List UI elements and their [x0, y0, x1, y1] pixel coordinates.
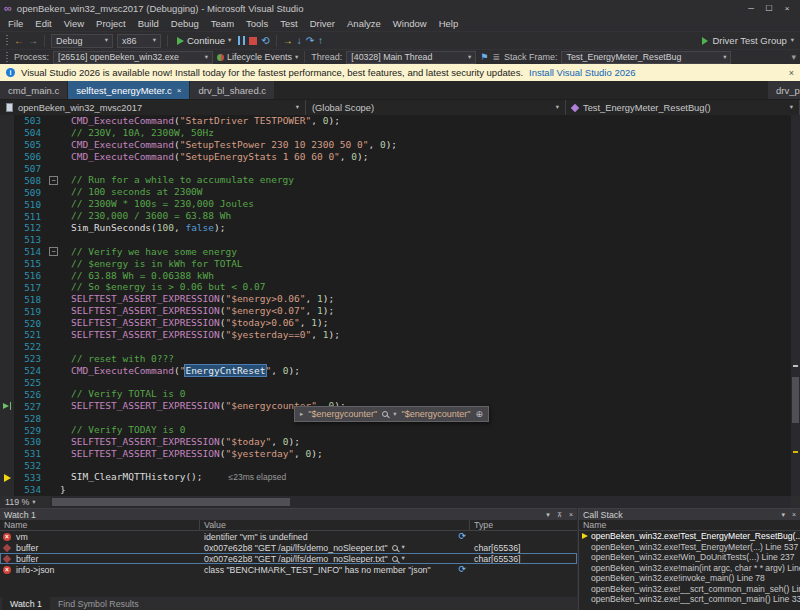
chevron-down-icon[interactable]: ▾	[402, 555, 405, 562]
tab-drv-p[interactable]: drv_p	[768, 81, 800, 99]
tab-drv-bl-shared-c[interactable]: drv_bl_shared.c	[190, 81, 274, 99]
breakpoint-margin[interactable]	[0, 402, 14, 410]
menu-analyze[interactable]: Analyze	[341, 18, 387, 29]
notification-close-icon[interactable]: ×	[789, 68, 794, 78]
menu-window[interactable]: Window	[387, 18, 433, 29]
code-line[interactable]: 523// reset with 0???	[0, 353, 791, 365]
code-line[interactable]: 524CMD_ExecuteCommand("EnergyCntReset", …	[0, 365, 791, 377]
add-watch-icon[interactable]: ⊕	[475, 409, 483, 419]
breakpoint-margin[interactable]	[0, 474, 14, 482]
tab-close-icon[interactable]: ×	[177, 86, 182, 95]
code-line[interactable]: 531SELFTEST_ASSERT_EXPRESSION("$yesterda…	[0, 448, 791, 460]
zoom-control[interactable]: 119 % ▾	[0, 497, 50, 507]
install-link[interactable]: Install Visual Studio 2026	[529, 67, 636, 78]
code-line[interactable]: 509// 100 seconds at 2300W	[0, 186, 791, 198]
call-stack-header[interactable]: Call Stack ▾ ×	[579, 509, 800, 520]
project-dropdown[interactable]: openBeken_win32_mvsc2017 ▾	[0, 100, 306, 115]
stack-frame-row[interactable]: openBeken_win32.exe!Test_EnergyMeter_Res…	[579, 531, 800, 542]
code-line[interactable]: 506CMD_ExecuteCommand("SetupEnergyStats …	[0, 151, 791, 163]
fold-collapse-icon[interactable]: −	[49, 247, 58, 256]
code-line[interactable]: 503CMD_ExecuteCommand("StartDriver TESTP…	[0, 115, 791, 127]
chevron-down-icon[interactable]: ▾	[393, 411, 396, 418]
code-line[interactable]: 532	[0, 460, 791, 472]
watch-row[interactable]: ×vmidentifier "vm" is undefined⟳	[0, 531, 577, 542]
window-position-icon[interactable]: ▾	[546, 511, 550, 519]
code-line[interactable]: 516// 63.88 Wh = 0.06388 kWh	[0, 270, 791, 282]
restart-icon[interactable]: ⟲	[261, 36, 269, 46]
stack-frame-row[interactable]: openBeken_win32.exe!Win_DoUnitTests(...)…	[579, 552, 800, 563]
code-line[interactable]: 517// So $energy is > 0.06 but < 0.07	[0, 281, 791, 293]
show-next-statement-icon[interactable]: →	[283, 36, 293, 46]
scrollbar-thumb[interactable]	[792, 377, 799, 423]
maximize-button[interactable]: ☐	[760, 4, 778, 13]
stack-frame-row[interactable]: openBeken_win32.exe!Test_EnergyMeter(...…	[579, 542, 800, 553]
show-threads-in-source-icon[interactable]: ⚑	[480, 53, 488, 62]
step-into-icon[interactable]: ↓	[297, 36, 302, 46]
tab-selftest-energymeter-c[interactable]: selftest_energyMeter.c×	[68, 81, 189, 99]
window-position-icon[interactable]: ▾	[781, 511, 785, 519]
code-line[interactable]: 511// 230,000 / 3600 = 63.88 Wh	[0, 210, 791, 222]
code-line[interactable]: 533SIM_ClearMQTTHistory();≤23ms elapsed	[0, 472, 791, 484]
menu-driver[interactable]: Driver	[304, 18, 341, 29]
menu-tools[interactable]: Tools	[240, 18, 274, 29]
watch-row[interactable]: buffer0x007e62b8 "GET /api/lfs/demo_noSl…	[0, 553, 577, 564]
run-to-cursor-icon[interactable]	[3, 403, 9, 409]
code-line[interactable]: 534}	[0, 484, 791, 496]
code-line[interactable]: 508−// Run for a while to accumulate ene…	[0, 174, 791, 186]
watch-panel-header[interactable]: Watch 1 ▾ ⊼ ×	[0, 509, 577, 520]
scope-dropdown[interactable]: (Global Scope) ▾	[306, 100, 566, 115]
code-line[interactable]: 514−// Verify we have some energy	[0, 246, 791, 258]
menu-project[interactable]: Project	[90, 18, 132, 29]
fold-collapse-icon[interactable]: −	[49, 176, 58, 185]
close-button[interactable]: ×	[778, 4, 796, 13]
panel-close-icon[interactable]: ×	[569, 511, 573, 518]
menu-file[interactable]: File	[2, 18, 29, 29]
watch-row[interactable]: ×info->jsonclass "BENCHMARK_TEST_INFO" h…	[0, 564, 577, 575]
process-dropdown[interactable]: [26516] openBeken_win32.exe ▾	[53, 51, 213, 64]
panel-tab-find-symbol-results[interactable]: Find Symbol Results	[50, 597, 147, 610]
step-over-icon[interactable]: ↷	[306, 36, 314, 46]
fold-margin[interactable]: −	[47, 176, 60, 185]
run-tests-icon[interactable]	[702, 37, 708, 45]
fold-margin[interactable]: −	[47, 247, 60, 256]
platform-dropdown[interactable]: x86 ▾	[117, 34, 161, 48]
panel-close-icon[interactable]: ×	[792, 511, 796, 518]
minimize-button[interactable]: ─	[742, 4, 760, 13]
pin-icon[interactable]: ⊼	[557, 511, 562, 519]
code-line[interactable]: 504// 230V, 10A, 2300W, 50Hz	[0, 127, 791, 139]
column-header-name[interactable]: Name	[0, 520, 200, 530]
break-all-icon[interactable]	[238, 36, 245, 45]
chevron-down-icon[interactable]: ▾	[402, 544, 405, 551]
toolbar-grip[interactable]	[6, 35, 8, 46]
code-line[interactable]: 530SELFTEST_ASSERT_EXPRESSION("$today", …	[0, 436, 791, 448]
code-line[interactable]: 520SELFTEST_ASSERT_EXPRESSION("$today>0.…	[0, 317, 791, 329]
code-line[interactable]: 521SELFTEST_ASSERT_EXPRESSION("$yesterda…	[0, 329, 791, 341]
toolbar-overflow-icon[interactable]: ▾	[791, 53, 796, 62]
lifecycle-events-dropdown[interactable]: Lifecycle Events ▾	[217, 52, 298, 62]
code-line[interactable]: 510// 2300W * 100s = 230,000 Joules	[0, 198, 791, 210]
code-editor[interactable]: 503CMD_ExecuteCommand("StartDriver TESTP…	[0, 115, 800, 496]
code-line[interactable]: 515// $energy is in kWh for TOTAL	[0, 258, 791, 270]
tab-cmd-main-c[interactable]: cmd_main.c	[0, 81, 67, 99]
stack-frame-row[interactable]: openBeken_win32.exe!main(int argc, char …	[579, 563, 800, 574]
menu-test[interactable]: Test	[274, 18, 303, 29]
stack-frame-dropdown[interactable]: Test_EnergyMeter_ResetBug ▾	[561, 51, 731, 64]
toggle-method-view-icon[interactable]: ≣	[492, 53, 500, 62]
menu-edit[interactable]: Edit	[29, 18, 57, 29]
call-stack-column-header[interactable]: Name	[579, 520, 800, 531]
refresh-icon[interactable]: ⟳	[458, 532, 466, 541]
test-group-dropdown[interactable]: Driver Test Group ▾	[702, 35, 796, 46]
stack-frame-row[interactable]: openBeken_win32.exe!invoke_main() Line 7…	[579, 573, 800, 584]
menu-team[interactable]: Team	[205, 18, 240, 29]
navigate-forward-icon[interactable]: →	[28, 36, 38, 46]
code-line[interactable]: 507	[0, 163, 791, 175]
member-dropdown[interactable]: Test_EnergyMeter_ResetBug() ▾	[566, 100, 800, 115]
navigate-back-icon[interactable]: ←	[14, 36, 24, 46]
panel-tab-watch-1[interactable]: Watch 1	[2, 597, 50, 610]
stop-debugging-icon[interactable]	[249, 37, 257, 45]
column-header-type[interactable]: Type	[470, 520, 577, 530]
thread-dropdown[interactable]: [40328] Main Thread ▾	[346, 51, 476, 64]
data-tip[interactable]: ▸ "$energycounter" ▾ "$energycounter" ⊕	[294, 406, 489, 422]
continue-button[interactable]: Continue ▾	[174, 35, 234, 46]
step-out-icon[interactable]: ↑	[318, 36, 323, 46]
